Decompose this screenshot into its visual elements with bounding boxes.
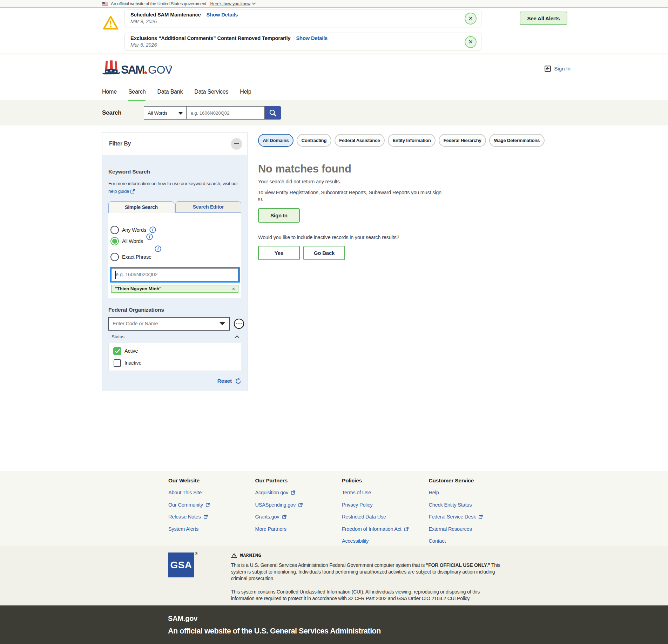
footer-col-our-website: Our Website About This Site Our Communit… <box>168 477 255 550</box>
filter-by-title: Filter By <box>109 141 131 147</box>
sign-in-note: To view Entity Registrations, Subcontrac… <box>258 190 443 202</box>
federal-org-input[interactable] <box>108 317 230 331</box>
footer-link[interactable]: Acquisition.gov <box>255 489 342 496</box>
footer-link[interactable]: Contact <box>429 537 516 544</box>
nav-item-home[interactable]: Home <box>102 83 117 100</box>
domain-pill-contracting[interactable]: Contracting <box>297 134 331 147</box>
checkbox-inactive-unchecked[interactable] <box>114 359 121 367</box>
domain-pill-all-domains[interactable]: All Domains <box>258 134 293 147</box>
radio-exact-phrase[interactable] <box>110 253 119 261</box>
checkbox-active-checked[interactable] <box>113 347 121 355</box>
status-option-inactive[interactable]: Inactive <box>113 359 241 367</box>
footer-link[interactable]: Help <box>429 489 516 496</box>
footer-link[interactable]: About This Site <box>168 489 255 496</box>
uncle-sam-hat-icon: SAM GOV ® <box>102 60 172 76</box>
footer-link[interactable]: Release Notes <box>168 513 255 520</box>
domain-pill-wage-determinations[interactable]: Wage Determinations <box>489 134 545 147</box>
footer-link[interactable]: Federal Service Desk <box>429 513 516 520</box>
yes-button[interactable]: Yes <box>258 246 300 260</box>
sign-in-link[interactable]: Sign In <box>545 66 571 72</box>
footer-link[interactable]: Our Community <box>168 501 255 508</box>
external-link-icon <box>479 515 483 519</box>
collapse-filters-button[interactable] <box>231 138 242 150</box>
alert-scheduled-maintenance: Scheduled SAM Maintenance Show Details M… <box>124 9 481 27</box>
more-options-button[interactable] <box>234 319 244 329</box>
dark-footer: SAM.gov An official website of the U.S. … <box>0 605 668 644</box>
footer-link[interactable]: Grants.gov <box>255 513 342 520</box>
tab-simple-search[interactable]: Simple Search <box>108 201 174 213</box>
simple-search-panel: Any Words i All Words i Exact Phrase i <box>108 213 241 298</box>
keyword-info-text: For more information on how to use our k… <box>108 180 241 196</box>
help-guide-link[interactable]: help guide <box>108 189 135 194</box>
external-link-icon <box>130 189 135 194</box>
reset-filters[interactable]: Reset <box>108 378 241 384</box>
combo-caret-icon[interactable] <box>220 322 225 325</box>
banner-how-you-know-link[interactable]: Here’s how you know <box>210 1 256 6</box>
keyword-chip: "Thien Nguyen Minh" × <box>111 285 238 293</box>
chip-remove-button[interactable]: × <box>232 286 235 291</box>
alert-close-button[interactable]: ✕ <box>465 13 477 25</box>
domain-pill-federal-assistance[interactable]: Federal Assistance <box>335 134 385 147</box>
footer-link[interactable]: Freedom of Information Act <box>342 526 429 533</box>
footer-link[interactable]: Privacy Policy <box>342 501 429 508</box>
footer-link[interactable]: Check Entity Status <box>429 501 516 508</box>
gov-banner: An official website of the United States… <box>0 0 668 8</box>
nav-item-data-bank[interactable]: Data Bank <box>157 83 183 100</box>
sam-gov-logo[interactable]: SAM GOV ® <box>102 60 172 77</box>
footer-link[interactable]: External Resources <box>429 526 516 533</box>
search-submit-button[interactable] <box>265 106 281 120</box>
registered-mark: ® <box>169 64 171 68</box>
domain-pill-entity-information[interactable]: Entity Information <box>388 134 436 147</box>
info-icon[interactable]: i <box>146 233 153 240</box>
results-sign-in-button[interactable]: Sign In <box>258 208 300 223</box>
alert-show-details-link[interactable]: Show Details <box>296 35 328 41</box>
svg-text:SAM: SAM <box>121 63 144 76</box>
radio-row-all-words: All Words i <box>110 237 239 245</box>
footer-links: Our Website About This Site Our Communit… <box>0 471 668 546</box>
info-icon[interactable]: i <box>149 226 156 233</box>
radio-any-words[interactable] <box>110 226 119 234</box>
see-all-alerts-button[interactable]: See All Alerts <box>520 12 567 25</box>
footer-link[interactable]: System Alerts <box>168 526 255 533</box>
keyword-input[interactable] <box>111 268 238 281</box>
site-header: SAM GOV ® Sign In <box>0 54 668 83</box>
footer-col-policies: Policies Terms of Use Privacy Policy Res… <box>342 477 429 550</box>
search-bar-row: Search All Words <box>0 100 668 126</box>
alert-title: Exclusions “Additional Comments” Content… <box>130 35 290 41</box>
svg-text:GOV: GOV <box>148 63 172 76</box>
footer-link[interactable]: USASpending.gov <box>255 501 342 508</box>
radio-row-any-words: Any Words i <box>110 226 239 234</box>
banner-text: An official website of the United States… <box>111 1 206 6</box>
alert-close-button[interactable]: ✕ <box>465 36 477 48</box>
alert-title: Scheduled SAM Maintenance <box>130 12 201 18</box>
warning-paragraph-2: This system contains Controlled Unclassi… <box>231 589 503 602</box>
footer-link[interactable]: Terms of Use <box>342 489 429 496</box>
tab-search-editor[interactable]: Search Editor <box>175 201 241 213</box>
go-back-button[interactable]: Go Back <box>303 246 345 260</box>
footer-site-name: SAM.gov <box>168 614 566 623</box>
search-input[interactable] <box>187 106 265 120</box>
footer-link[interactable]: Accessibility <box>342 537 429 544</box>
select-caret-icon <box>178 112 183 115</box>
warning-paragraph-1: This is a U.S. General Services Administ… <box>231 562 503 582</box>
external-link-icon <box>291 490 295 495</box>
info-icon[interactable]: i <box>155 245 161 252</box>
footer-link[interactable]: Restricted Data Use <box>342 513 429 520</box>
search-mode-select[interactable]: All Words <box>144 106 187 120</box>
chevron-down-icon <box>252 2 256 5</box>
footer-link[interactable]: More Partners <box>255 526 342 533</box>
alert-show-details-link[interactable]: Show Details <box>207 12 238 18</box>
domain-pill-federal-hierarchy[interactable]: Federal Hierarchy <box>439 134 486 147</box>
alert-date: Mar 9, 2026 <box>130 19 460 24</box>
federal-org-combobox <box>108 317 230 331</box>
status-header[interactable]: Status <box>108 334 241 339</box>
nav-item-help[interactable]: Help <box>240 83 251 100</box>
status-option-active[interactable]: Active <box>113 347 241 355</box>
radio-all-words[interactable] <box>110 237 119 245</box>
nav-item-search[interactable]: Search <box>128 83 146 100</box>
results-area: All Domains Contracting Federal Assistan… <box>258 132 566 260</box>
status-label: Status <box>112 334 124 339</box>
nav-item-data-services[interactable]: Data Services <box>194 83 228 100</box>
inactive-records-question: Would you like to include inactive recor… <box>258 235 566 240</box>
text-cursor <box>115 271 116 279</box>
